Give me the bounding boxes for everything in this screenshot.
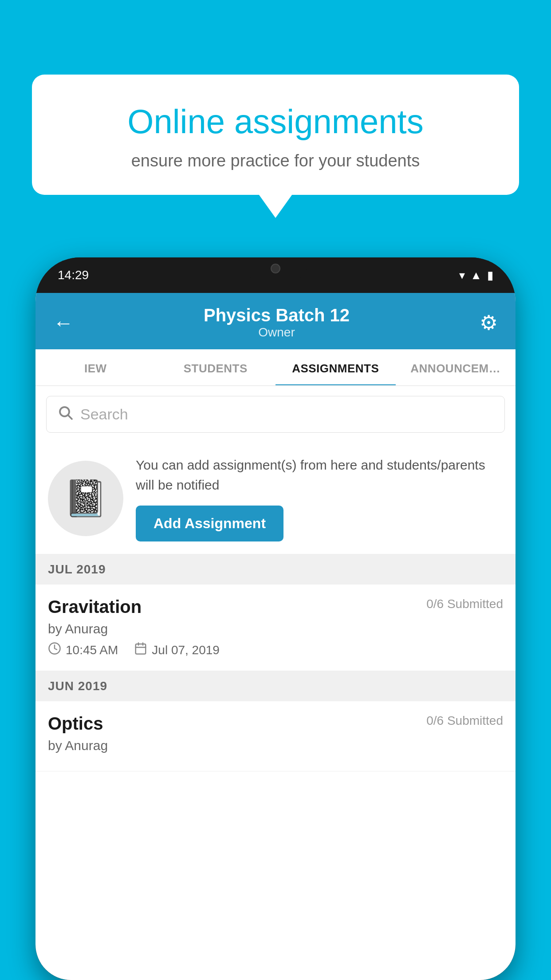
assignment-meta: 10:45 AM Jul 07, 2019 [48, 642, 503, 658]
assignment-date: Jul 07, 2019 [152, 643, 220, 657]
bubble-subtitle: ensure more practice for your students [63, 151, 488, 170]
promo-content: You can add assignment(s) from here and … [136, 455, 503, 541]
app-screen: ← Physics Batch 12 Owner ⚙ IEW STUDENTS … [35, 293, 516, 980]
settings-icon[interactable]: ⚙ [480, 311, 498, 335]
camera-dot [271, 264, 280, 273]
assignment-item-gravitation[interactable]: Gravitation 0/6 Submitted by Anurag 10:4… [35, 585, 516, 671]
promo-description: You can add assignment(s) from here and … [136, 455, 503, 495]
promo-icon-circle: 📓 [48, 461, 123, 536]
calendar-icon [134, 642, 147, 658]
phone-shell: 14:29 ▾ ▲ ▮ ← Physics Batch 12 Owner ⚙ I… [35, 257, 516, 980]
assignment-time: 10:45 AM [66, 643, 118, 657]
clock-icon [48, 642, 61, 658]
wifi-icon: ▾ [459, 269, 465, 282]
assignment-top-row: Gravitation 0/6 Submitted [48, 597, 503, 617]
tab-assignments[interactable]: ASSIGNMENTS [276, 349, 396, 385]
svg-line-1 [68, 415, 72, 419]
back-button[interactable]: ← [53, 311, 74, 335]
assignment-name: Gravitation [48, 597, 142, 617]
assignment-top-row-optics: Optics 0/6 Submitted [48, 714, 503, 734]
month-header-jun: JUN 2019 [35, 671, 516, 701]
add-assignment-button[interactable]: Add Assignment [136, 506, 283, 541]
assignment-item-optics[interactable]: Optics 0/6 Submitted by Anurag [35, 701, 516, 771]
tab-iew[interactable]: IEW [35, 349, 156, 385]
promo-card: 📓 You can add assignment(s) from here an… [35, 443, 516, 554]
search-placeholder: Search [80, 406, 128, 423]
speech-bubble: Online assignments ensure more practice … [32, 75, 519, 195]
status-icons: ▾ ▲ ▮ [459, 269, 493, 282]
month-header-jul: JUL 2019 [35, 554, 516, 585]
assignment-time-item: 10:45 AM [48, 642, 118, 658]
header-title: Physics Batch 12 [204, 305, 350, 325]
search-icon [57, 404, 73, 424]
battery-icon: ▮ [487, 269, 493, 282]
assignment-submitted-optics: 0/6 Submitted [426, 714, 503, 728]
svg-rect-3 [136, 644, 146, 654]
bubble-title: Online assignments [63, 101, 488, 142]
assignment-date-item: Jul 07, 2019 [134, 642, 220, 658]
assignment-name-optics: Optics [48, 714, 103, 734]
assignment-by-optics: by Anurag [48, 738, 503, 753]
header-center: Physics Batch 12 Owner [204, 305, 350, 340]
header-subtitle: Owner [204, 325, 350, 340]
assignment-submitted: 0/6 Submitted [426, 597, 503, 611]
status-bar: 14:29 ▾ ▲ ▮ [35, 257, 516, 293]
app-header: ← Physics Batch 12 Owner ⚙ [35, 293, 516, 349]
assignment-by: by Anurag [48, 621, 503, 636]
tab-students[interactable]: STUDENTS [156, 349, 276, 385]
phone-notch [244, 257, 307, 280]
signal-icon: ▲ [470, 269, 482, 282]
search-box[interactable]: Search [46, 396, 505, 433]
tab-announcements[interactable]: ANNOUNCEM… [396, 349, 516, 385]
tabs-bar: IEW STUDENTS ASSIGNMENTS ANNOUNCEM… [35, 349, 516, 386]
status-time: 14:29 [58, 268, 89, 282]
search-container: Search [35, 386, 516, 443]
notebook-icon: 📓 [63, 478, 108, 519]
